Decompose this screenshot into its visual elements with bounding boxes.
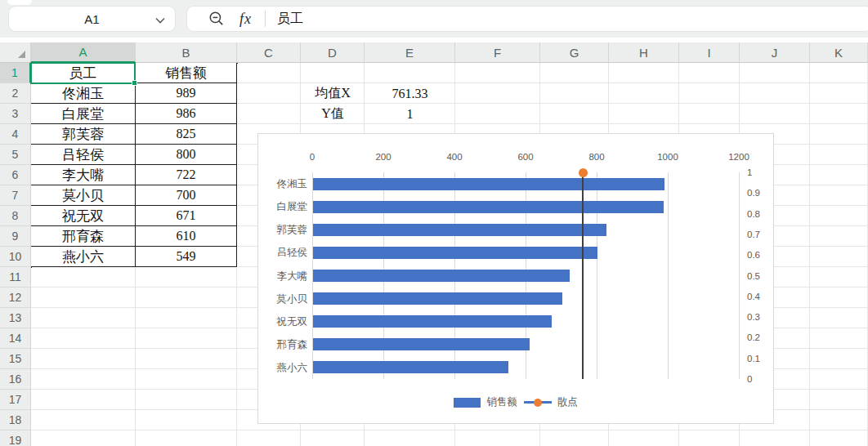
formula-bar-divider [265, 11, 266, 27]
row-header-8[interactable]: 8 [0, 206, 31, 226]
cell-A7[interactable]: 莫小贝 [31, 185, 136, 206]
zoom-out-icon[interactable] [208, 11, 225, 27]
row-header-3[interactable]: 3 [0, 104, 31, 124]
scatter-drop-line [582, 172, 584, 379]
chart-y2-axis-tick-label: 0.5 [747, 270, 760, 282]
legend-dot [534, 399, 542, 407]
cell-B8[interactable]: 671 [136, 206, 237, 226]
column-header-D[interactable]: D [301, 42, 365, 63]
chart-category-label: 郭芙蓉 [258, 223, 307, 236]
chart-y2-axis-tick-label: 0.3 [747, 311, 760, 323]
name-box-value: A1 [9, 12, 175, 26]
row-header-12[interactable]: 12 [0, 288, 31, 308]
cell-B2[interactable]: 989 [136, 83, 237, 104]
chart-x-axis-tick-label: 1200 [714, 152, 763, 163]
row-header-6[interactable]: 6 [0, 165, 31, 185]
row-header-19[interactable]: 19 [0, 430, 31, 446]
toolbar-fragment [7, 0, 32, 5]
cell-B1[interactable]: 销售额 [136, 63, 237, 83]
cell-A9[interactable]: 邢育森 [31, 226, 136, 247]
chart-bar[interactable] [313, 247, 597, 259]
select-all-corner[interactable] [0, 42, 31, 63]
row-header-5[interactable]: 5 [0, 145, 31, 165]
cell-B6[interactable]: 722 [136, 165, 237, 185]
column-header-A[interactable]: A [31, 42, 136, 63]
chart-y2-axis-tick-label: 1 [747, 167, 752, 178]
chart-y2-axis-tick-label: 0 [747, 373, 752, 385]
row-header-18[interactable]: 18 [0, 410, 31, 430]
chart-bar[interactable] [313, 178, 664, 190]
scatter-marker[interactable] [579, 168, 588, 177]
spreadsheet-app: A1 fx 员工 ABCDEFGHIJK 1234567891011121314… [0, 0, 868, 446]
chart-gridline [739, 172, 740, 379]
chart-category-label: 李大嘴 [258, 270, 307, 283]
formula-input[interactable]: 员工 [277, 11, 303, 28]
chart-bar[interactable] [313, 361, 508, 373]
cell-A2[interactable]: 佟湘玉 [31, 83, 136, 104]
employee-table: 员工销售额佟湘玉989白展堂986郭芙蓉825吕轻侯800李大嘴722莫小贝70… [31, 63, 238, 268]
row-header-16[interactable]: 16 [0, 369, 31, 390]
cell-D2[interactable]: 均值X [301, 83, 365, 104]
column-header-I[interactable]: I [679, 42, 740, 63]
chevron-down-icon[interactable] [155, 17, 165, 24]
cell-A3[interactable]: 白展堂 [31, 104, 136, 124]
chart-x-axis-tick-label: 400 [430, 152, 479, 163]
legend-label-scatter: 散点 [557, 395, 578, 409]
cell-E2[interactable]: 761.33 [365, 83, 455, 104]
cell-B3[interactable]: 986 [136, 104, 237, 124]
chart-bar[interactable] [313, 338, 530, 350]
chart-y2-axis-tick-label: 0.8 [747, 208, 760, 220]
chart-bar[interactable] [313, 315, 552, 328]
chart-x-axis-tick-label: 0 [288, 152, 337, 163]
row-header-10[interactable]: 10 [0, 247, 31, 267]
column-header-F[interactable]: F [455, 42, 540, 63]
cell-D3[interactable]: Y值 [301, 104, 365, 124]
chart-category-label: 祝无双 [258, 315, 307, 328]
row-header-1[interactable]: 1 [0, 63, 31, 83]
insert-function-icon[interactable]: fx [239, 11, 252, 28]
legend-item-sales[interactable]: 销售额 [454, 395, 517, 409]
row-header-2[interactable]: 2 [0, 83, 31, 104]
cell-B4[interactable]: 825 [136, 124, 237, 145]
cell-A1[interactable]: 员工 [31, 63, 136, 83]
chart-bar[interactable] [313, 292, 562, 305]
row-header-17[interactable]: 17 [0, 390, 31, 410]
column-header-G[interactable]: G [540, 42, 609, 63]
column-header-K[interactable]: K [810, 42, 868, 63]
chart-y2-axis-tick-label: 0.1 [747, 353, 760, 364]
cell-B10[interactable]: 549 [136, 247, 237, 267]
chart-category-label: 白展堂 [258, 200, 307, 213]
cell-A8[interactable]: 祝无双 [31, 206, 136, 226]
row-header-9[interactable]: 9 [0, 226, 31, 247]
column-header-B[interactable]: B [136, 42, 237, 63]
chart-y2-axis-tick-label: 0.7 [747, 229, 760, 240]
row-header-14[interactable]: 14 [0, 328, 31, 349]
column-header-H[interactable]: H [609, 42, 679, 63]
chart-category-label: 吕轻侯 [258, 246, 307, 259]
sales-bar-chart[interactable]: 020040060080010001200佟湘玉白展堂郭芙蓉吕轻侯李大嘴莫小贝祝… [257, 133, 774, 424]
chart-bar[interactable] [313, 270, 570, 282]
cell-A5[interactable]: 吕轻侯 [31, 145, 136, 165]
grid-vline [809, 63, 810, 446]
chart-bar[interactable] [313, 201, 664, 213]
row-header-7[interactable]: 7 [0, 185, 31, 206]
legend-item-scatter[interactable]: 散点 [524, 395, 578, 409]
cell-A6[interactable]: 李大嘴 [31, 165, 136, 185]
column-header-E[interactable]: E [365, 42, 455, 63]
row-header-4[interactable]: 4 [0, 124, 31, 145]
name-box[interactable]: A1 [8, 6, 176, 32]
cell-B5[interactable]: 800 [136, 145, 237, 165]
chart-bar[interactable] [313, 224, 606, 236]
cell-B7[interactable]: 700 [136, 185, 237, 206]
column-header-C[interactable]: C [237, 42, 301, 63]
row-header-11[interactable]: 11 [0, 267, 31, 288]
formula-bar[interactable]: fx 员工 [186, 6, 868, 32]
cell-E3[interactable]: 1 [365, 104, 455, 124]
column-header-J[interactable]: J [740, 42, 810, 63]
row-header-15[interactable]: 15 [0, 349, 31, 369]
cell-B9[interactable]: 610 [136, 226, 237, 247]
cell-A10[interactable]: 燕小六 [31, 247, 136, 267]
row-header-13[interactable]: 13 [0, 308, 31, 328]
chart-y2-axis-tick-label: 0.4 [747, 291, 760, 302]
cell-A4[interactable]: 郭芙蓉 [31, 124, 136, 145]
